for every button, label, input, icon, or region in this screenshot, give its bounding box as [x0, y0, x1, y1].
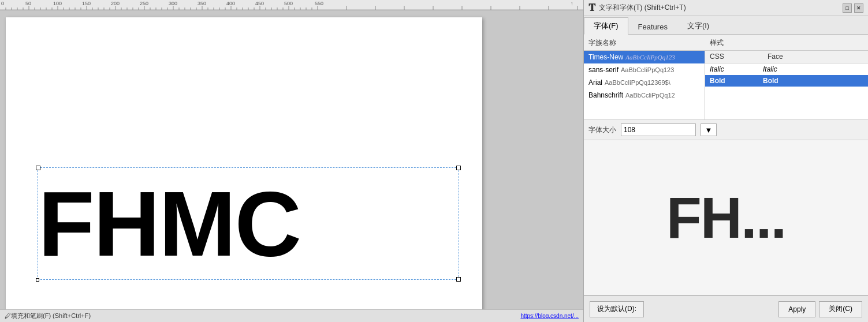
font-family-name: Arial	[588, 78, 602, 87]
font-family-preview: AaBbCcIiPpQq123	[621, 66, 674, 73]
svg-text:350: 350	[198, 1, 206, 6]
font-family-preview: AaBbCcliPpQq12	[625, 92, 675, 99]
handle-bottom-left[interactable]	[36, 278, 39, 282]
font-size-input[interactable]	[621, 123, 696, 136]
style-face-italic: Italic	[763, 65, 863, 73]
style-css-bold: Bold	[710, 77, 763, 85]
face-col-header: Face	[763, 51, 868, 63]
ruler-svg: 0 50 100 150 200 250 300 350 400 450 500…	[0, 0, 583, 10]
font-style-item-italic[interactable]: Italic Italic	[705, 63, 868, 75]
panel-bottom: 设为默认(D): Apply 关闭(C)	[584, 295, 868, 322]
handle-top-left[interactable]	[36, 166, 40, 170]
panel-title-text: 文字和字体(T) (Shift+Ctrl+T)	[599, 3, 686, 13]
panel-title-left: 𝐓 文字和字体(T) (Shift+Ctrl+T)	[588, 2, 686, 14]
font-section-headers: 字族名称 样式	[584, 35, 868, 51]
family-header: 字族名称	[584, 35, 705, 50]
font-family-preview: AaBbCcIiPpQq12369$\	[605, 79, 670, 86]
tab-text[interactable]: 文字(I)	[677, 17, 719, 35]
font-family-name: Times-New	[588, 53, 623, 61]
svg-text:500: 500	[284, 1, 293, 6]
font-style-item-bold[interactable]: Bold Bold	[705, 75, 868, 87]
bottom-buttons: Apply 关闭(C)	[778, 301, 862, 317]
svg-text:150: 150	[82, 1, 91, 6]
panel-tabs: 字体(F) Features 文字(I)	[584, 16, 868, 35]
svg-text:250: 250	[140, 1, 148, 6]
font-size-dropdown[interactable]: ▼	[701, 123, 717, 136]
css-col-header: CSS	[705, 51, 763, 63]
canvas-page: FHMC	[6, 17, 482, 312]
style-css-italic: Italic	[710, 65, 763, 73]
tab-font[interactable]: 字体(F)	[584, 17, 628, 35]
maximize-button[interactable]: □	[843, 3, 852, 13]
status-bar: 🖊填充和笔刷(F) (Shift+Ctrl+F) https://blog.cs…	[0, 309, 583, 322]
font-preview-text: FH...	[666, 189, 786, 246]
svg-text:400: 400	[226, 1, 235, 6]
font-size-row: 字体大小 ▼	[584, 120, 868, 140]
svg-text:450: 450	[255, 1, 264, 6]
right-panel: 𝐓 文字和字体(T) (Shift+Ctrl+T) □ ✕ 字体(F) Feat…	[583, 0, 868, 322]
close-button[interactable]: 关闭(C)	[819, 301, 862, 317]
canvas-text-content: FHMC	[38, 178, 300, 270]
font-preview: FH...	[584, 140, 868, 295]
text-object[interactable]: FHMC	[38, 167, 459, 280]
font-size-label: 字体大小	[588, 125, 616, 135]
style-section: CSS Face Italic Italic Bold Bold	[705, 51, 868, 119]
svg-text:50: 50	[25, 1, 31, 6]
svg-text:300: 300	[169, 1, 177, 6]
font-family-preview: AaBbCcIiPpQq123	[625, 54, 675, 61]
apply-button[interactable]: Apply	[778, 301, 815, 317]
style-col-headers: CSS Face	[705, 51, 868, 63]
tab-features[interactable]: Features	[628, 19, 677, 35]
panel-window-controls: □ ✕	[843, 3, 863, 13]
text-tool-icon: 𝐓	[588, 2, 595, 14]
close-window-button[interactable]: ✕	[854, 3, 863, 13]
panel-titlebar: 𝐓 文字和字体(T) (Shift+Ctrl+T) □ ✕	[584, 0, 868, 16]
font-lists: Times-New AaBbCcIiPpQq123 sans-serif AaB…	[584, 51, 868, 120]
font-family-item-sans[interactable]: sans-serif AaBbCcIiPpQq123	[584, 63, 705, 76]
svg-text:100: 100	[53, 1, 62, 6]
status-right-link[interactable]: https://blog.csdn.net/...	[520, 313, 579, 319]
font-style-list[interactable]: Italic Italic Bold Bold	[705, 63, 868, 119]
font-family-item-times[interactable]: Times-New AaBbCcIiPpQq123	[584, 51, 705, 63]
style-face-bold: Bold	[763, 77, 863, 85]
svg-text:550: 550	[315, 1, 323, 6]
font-family-item-arial[interactable]: Arial AaBbCcIiPpQq12369$\	[584, 76, 705, 89]
handle-top-right[interactable]	[456, 166, 461, 170]
svg-text:0: 0	[1, 1, 4, 6]
handle-bottom-right[interactable]	[456, 277, 461, 282]
font-family-name: sans-serif	[588, 66, 619, 74]
canvas-area: 0 50 100 150 200 250 300 350 400 450 500…	[0, 0, 583, 322]
font-family-name: Bahnschrift	[588, 91, 623, 99]
ruler-top: 0 50 100 150 200 250 300 350 400 450 500…	[0, 0, 583, 10]
style-header: 样式	[705, 35, 728, 50]
status-left-text: 🖊填充和笔刷(F) (Shift+Ctrl+F)	[5, 312, 91, 320]
font-family-list[interactable]: Times-New AaBbCcIiPpQq123 sans-serif AaB…	[584, 51, 705, 119]
font-family-item-bahnschrift[interactable]: Bahnschrift AaBbCcliPpQq12	[584, 89, 705, 102]
svg-text:↑: ↑	[571, 1, 573, 6]
svg-text:200: 200	[111, 1, 120, 6]
dropdown-arrow-icon: ▼	[705, 126, 713, 134]
set-default-button[interactable]: 设为默认(D):	[590, 301, 644, 317]
panel-content: 字族名称 样式 Times-New AaBbCcIiPpQq123 sans-s…	[584, 35, 868, 322]
